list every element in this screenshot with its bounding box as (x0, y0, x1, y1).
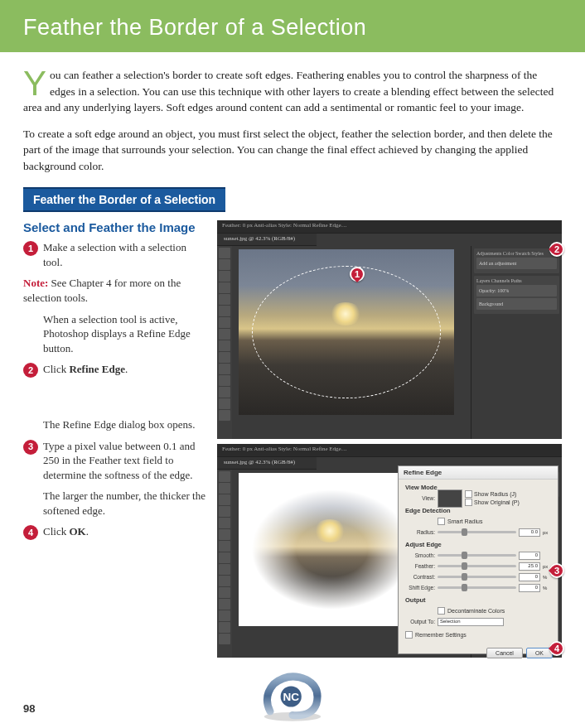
show-radius-check[interactable] (465, 490, 472, 498)
feather-slider[interactable] (438, 565, 516, 567)
heal-tool-icon (219, 317, 230, 328)
refine-edge-dialog: Refine Edge View Mode View: Show Radius … (398, 465, 558, 654)
radius-label: Radius: (405, 529, 435, 535)
adjust-edge-section: Adjust Edge Smooth: 0 Feather: 25.0 (405, 541, 551, 592)
step-1: 1 Make a selection with a selection tool… (23, 240, 205, 269)
info-3: The larger the number, the thicker the s… (43, 489, 205, 518)
ps-tools-panel (217, 246, 232, 439)
blur-tool-icon (219, 610, 230, 621)
cancel-button[interactable]: Cancel (486, 648, 523, 658)
callout-4: 4 (549, 641, 564, 656)
output-to-row: Output To: Selection (405, 617, 551, 626)
contrast-unit: % (543, 575, 551, 580)
gradient-tool-icon (219, 599, 230, 610)
pen-tool-icon (219, 410, 230, 421)
remember-check[interactable] (405, 631, 413, 639)
callout-3: 3 (549, 563, 564, 578)
output-section: Output Decontaminate Colors Output To: S… (405, 596, 551, 626)
history-tool-icon (219, 576, 230, 586)
eraser-tool-icon (219, 587, 230, 598)
step-3-bubble: 3 (23, 440, 38, 455)
layers-opacity-row: Opacity: 100% (476, 285, 557, 297)
ps-doc-tab: sunset.jpg @ 42.3% (RGB/8#) (217, 234, 317, 246)
step-1-text: Make a selection with a selection tool. (43, 240, 205, 269)
shift-row: Shift Edge: 0 % (405, 583, 551, 592)
remember-label: Remember Settings (415, 632, 467, 638)
intro-p1: You can feather a selection's border to … (23, 67, 562, 116)
show-original-label: Show Original (P) (474, 499, 520, 505)
view-row: View: Show Radius (J) Show Original (P) (405, 494, 551, 503)
crop-tool-icon (219, 294, 230, 305)
view-checks: Show Radius (J) Show Original (P) (465, 490, 551, 506)
smart-radius-check[interactable] (438, 518, 445, 525)
note-label: Note: (23, 277, 48, 289)
ps-right-panels: Adjustments Color Swatch Styles Add an a… (471, 246, 562, 439)
section-label: Feather the Border of a Selection (23, 187, 225, 212)
shift-unit: % (543, 586, 551, 591)
step-4-text: Click OK. (43, 524, 205, 540)
view-thumb[interactable] (438, 489, 462, 508)
brush-tool-icon (219, 552, 230, 563)
ps-options-bar: Feather: 0 px Anti-alias Style: Normal R… (217, 220, 562, 234)
show-radius-label: Show Radius (J) (474, 491, 516, 497)
decontaminate-check[interactable] (438, 607, 445, 615)
contrast-slider[interactable] (438, 576, 516, 578)
show-original-check[interactable] (465, 499, 472, 506)
stamp-tool-icon (219, 340, 230, 351)
step-1-bubble: 1 (23, 241, 38, 256)
smooth-slider[interactable] (438, 554, 516, 557)
step-2: 2 Click Refine Edge. (23, 362, 205, 378)
info-2: The Refine Edge dialog box opens. (43, 417, 205, 432)
contrast-input[interactable]: 0 (519, 573, 540, 581)
marquee-tool-icon (219, 259, 230, 270)
dodge-tool-icon (219, 622, 230, 633)
ps-body: Adjustments Color Swatch Styles Add an a… (217, 246, 562, 439)
output-to-select[interactable]: Selection (438, 618, 504, 626)
feather-row: Feather: 25.0 px (405, 562, 551, 571)
contrast-row: Contrast: 0 % (405, 572, 551, 581)
eyedrop-tool-icon (219, 306, 230, 316)
smart-radius-label: Smart Radius (447, 518, 482, 524)
dialog-buttons: Cancel OK (399, 645, 558, 661)
callout-2: 2 (549, 242, 564, 257)
smooth-input[interactable]: 0 (519, 552, 540, 560)
stamp-tool-icon (219, 564, 230, 575)
right-column: Feather: 0 px Anti-alias Style: Normal R… (217, 220, 562, 663)
shift-label: Shift Edge: (405, 585, 435, 591)
svg-text:NC: NC (283, 691, 299, 703)
eraser-tool-icon (219, 364, 230, 374)
eyedrop-tool-icon (219, 529, 230, 540)
radius-input[interactable]: 0.0 (519, 528, 540, 537)
info-1: When a selection tool is active, Photosh… (43, 312, 205, 356)
edge-detection-head: Edge Detection (405, 507, 551, 514)
ps-tools-panel-2 (217, 470, 232, 658)
smart-radius-row: Smart Radius (405, 517, 551, 526)
history-tool-icon (219, 352, 230, 363)
screenshot-2: Feather: 0 px Anti-alias Style: Normal R… (217, 444, 562, 658)
dropcap: Y (23, 67, 50, 98)
ps-options-bar-2: Feather: 0 px Anti-alias Style: Normal R… (217, 444, 562, 457)
radius-slider[interactable] (438, 531, 516, 533)
intro-p1-text: ou can feather a selection's border to c… (23, 69, 554, 113)
heal-tool-icon (219, 541, 230, 552)
lasso-tool-icon (219, 494, 230, 505)
page-number: 98 (23, 702, 35, 715)
step-2-bubble: 2 (23, 363, 38, 378)
shift-slider[interactable] (438, 586, 516, 589)
ps-doc-tab-2: sunset.jpg @ 42.3% (RGB/8#) (217, 457, 317, 470)
selection-marquee (252, 266, 442, 398)
layers-panel: Layers Channels Paths Opacity: 100% Back… (474, 276, 559, 314)
layer-background-row: Background (476, 298, 557, 310)
note: Note: See Chapter 4 for more on the sele… (23, 276, 205, 305)
move-tool-icon (219, 248, 230, 258)
layers-panel-head: Layers Channels Paths (476, 278, 557, 283)
sunset-image (239, 249, 454, 415)
brush-tool-icon (219, 329, 230, 340)
view-label: View: (405, 495, 435, 501)
smooth-row: Smooth: 0 (405, 551, 551, 560)
feather-input[interactable]: 25.0 (519, 562, 540, 571)
lasso-tool-icon (219, 271, 230, 282)
dialog-title: Refine Edge (399, 466, 558, 480)
shift-input[interactable]: 0 (519, 584, 540, 592)
output-to-label: Output To: (405, 619, 435, 624)
